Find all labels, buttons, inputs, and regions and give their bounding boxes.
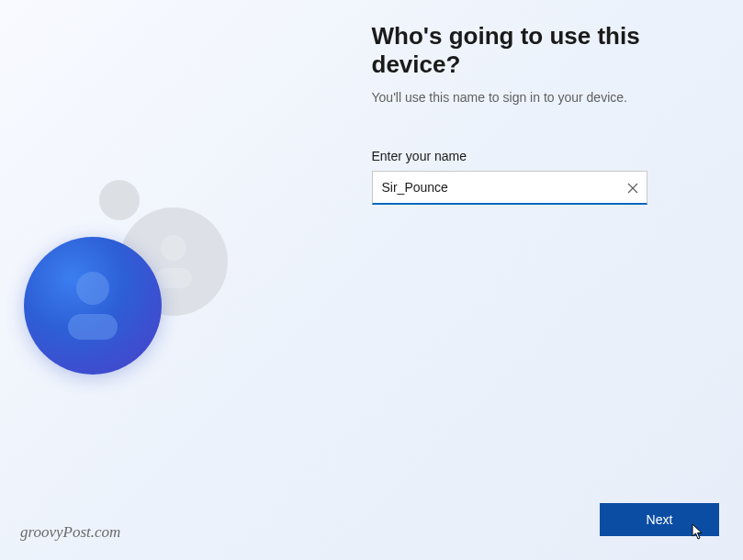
- form-panel: Who's going to use this device? You'll u…: [372, 0, 744, 560]
- name-input-label: Enter your name: [372, 149, 707, 163]
- decorative-circle-small: [99, 180, 140, 220]
- clear-input-button[interactable]: [624, 179, 642, 197]
- close-icon: [627, 183, 638, 194]
- name-input-wrapper: [372, 171, 647, 205]
- svg-rect-3: [68, 314, 118, 340]
- next-button[interactable]: Next: [600, 503, 719, 536]
- name-input[interactable]: [372, 171, 647, 205]
- svg-point-0: [161, 235, 186, 261]
- svg-point-2: [76, 272, 109, 305]
- watermark-text: groovyPost.com: [20, 523, 120, 542]
- page-heading: Who's going to use this device?: [372, 22, 707, 79]
- person-icon: [57, 264, 129, 347]
- page-subheading: You'll use this name to sign in to your …: [372, 90, 707, 105]
- decorative-avatar-blue: [24, 237, 162, 375]
- svg-rect-1: [155, 268, 192, 288]
- illustration-panel: [0, 0, 372, 560]
